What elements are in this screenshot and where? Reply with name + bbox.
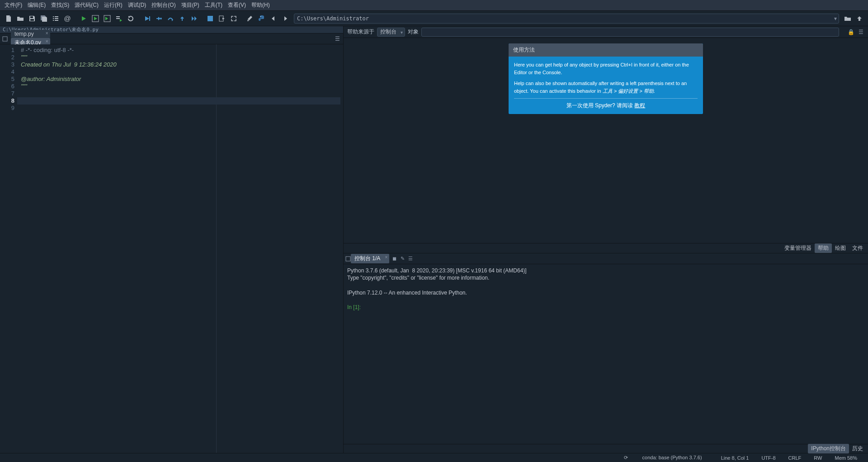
code-line (21, 105, 343, 112)
svg-rect-0 (30, 16, 33, 18)
console-prompt: In [1]: (347, 304, 362, 310)
svg-rect-3 (55, 16, 58, 17)
status-eol: CRLF (782, 455, 808, 461)
help-body: 使用方法 Here you can get help of any object… (344, 38, 868, 243)
pane-tab[interactable]: 帮助 (815, 243, 832, 253)
close-icon[interactable]: × (46, 31, 48, 36)
pane-tab[interactable]: 文件 (849, 243, 866, 253)
help-source-label: 帮助来源于 (347, 28, 374, 36)
code-line: """ (21, 83, 343, 90)
menu-item[interactable]: 源代码(C) (72, 0, 101, 10)
editor-tabstrip: temp.py×未命名0.py× ☰ (0, 33, 343, 44)
code-line (21, 68, 343, 76)
code-editor[interactable]: 123456789 # -*- coding: utf-8 -*-"""Crea… (0, 44, 343, 453)
svg-rect-14 (208, 16, 213, 21)
help-object-input[interactable] (421, 28, 839, 37)
pane-tab[interactable]: IPython控制台 (808, 444, 849, 453)
line-number-gutter: 123456789 (0, 44, 17, 453)
menu-item[interactable]: 项目(P) (179, 0, 202, 10)
new-file-icon[interactable] (3, 13, 14, 24)
menu-item[interactable]: 查看(V) (225, 0, 249, 10)
editor-options-icon[interactable]: ☰ (333, 36, 341, 42)
svg-rect-12 (149, 16, 150, 21)
save-all-icon[interactable] (38, 13, 50, 24)
save-file-icon[interactable] (26, 13, 38, 24)
chevron-down-icon[interactable]: ▾ (832, 15, 839, 22)
svg-rect-10 (116, 16, 120, 17)
svg-point-16 (260, 16, 261, 17)
preferences-icon[interactable] (244, 13, 256, 24)
exit-debug-icon[interactable] (216, 13, 228, 24)
editor-path-breadcrumb: C:\Users\Administrator\未命名0.py (0, 26, 343, 33)
pane-tab[interactable]: 绘图 (832, 243, 849, 253)
svg-rect-11 (116, 18, 120, 19)
run-cell-icon[interactable] (90, 13, 101, 24)
debug-continue-icon[interactable] (188, 13, 200, 24)
close-icon[interactable]: × (46, 39, 48, 44)
code-line: # -*- coding: utf-8 -*- (21, 47, 343, 54)
status-memory: Mem 58% (828, 455, 863, 461)
python-path-icon[interactable] (256, 13, 268, 24)
open-file-icon[interactable] (14, 13, 26, 24)
menu-item[interactable]: 控制台(O) (149, 0, 178, 10)
svg-point-13 (160, 18, 162, 19)
parent-dir-icon[interactable] (854, 13, 865, 24)
code-line: Created on Thu Jul 9 12:36:24 2020 (21, 61, 343, 68)
console-pane: 控制台 1/A × ◼ ✎ ☰ Python 3.7.6 (default, J… (344, 253, 868, 453)
console-output[interactable]: Python 3.7.6 (default, Jan 8 2020, 20:23… (344, 264, 868, 444)
status-env[interactable]: ⟳conda: base (Python 3.7.6) (611, 455, 715, 461)
main-toolbar: @ C:\Users\Administrator ▾ (0, 11, 868, 26)
editor-tab[interactable]: temp.py× (11, 30, 50, 38)
run-selection-icon[interactable] (113, 13, 125, 24)
console-footer-tabs: IPython控制台历史 (344, 444, 868, 453)
workdir-combo[interactable]: C:\Users\Administrator ▾ (294, 14, 839, 24)
nav-forward-icon[interactable] (279, 13, 291, 24)
browse-tabs-icon[interactable] (2, 36, 8, 42)
stop-icon[interactable] (204, 13, 216, 24)
maximize-icon[interactable] (228, 13, 240, 24)
pane-tab[interactable]: 历史 (849, 444, 866, 453)
debug-step-icon[interactable] (153, 13, 165, 24)
browse-dir-icon[interactable] (842, 13, 854, 24)
help-toolbar: 帮助来源于 控制台 ▾ 对象 🔒 ☰ (344, 26, 868, 38)
workdir-text: C:\Users\Administrator (294, 15, 832, 22)
list-icon[interactable] (50, 13, 61, 24)
run-icon[interactable] (78, 13, 90, 24)
stop-console-icon[interactable]: ◼ (390, 256, 398, 262)
help-text-2: Help can also be shown automatically aft… (514, 80, 698, 95)
console-tabstrip: 控制台 1/A × ◼ ✎ ☰ (344, 253, 868, 264)
run-cell-advance-icon[interactable] (101, 13, 113, 24)
menu-item[interactable]: 编辑(E) (25, 0, 48, 10)
help-source-select[interactable]: 控制台 ▾ (377, 28, 405, 37)
menu-item[interactable]: 帮助(H) (249, 0, 273, 10)
menu-item[interactable]: 工具(T) (202, 0, 225, 10)
debug-step-over-icon[interactable] (165, 13, 176, 24)
help-options-icon[interactable]: ☰ (857, 29, 864, 35)
console-options-icon[interactable]: ☰ (406, 256, 415, 262)
menubar: 文件(F)编辑(E)查找(S)源代码(C)运行(R)调试(D)控制台(O)项目(… (0, 0, 868, 11)
rerun-icon[interactable] (125, 13, 137, 24)
nav-back-icon[interactable] (268, 13, 279, 24)
clear-console-icon[interactable]: ✎ (398, 256, 406, 262)
code-line: @author: Administrator (21, 76, 343, 83)
menu-item[interactable]: 调试(D) (125, 0, 149, 10)
menu-item[interactable]: 运行(R) (101, 0, 125, 10)
at-sign-icon[interactable]: @ (61, 13, 73, 24)
pane-tab[interactable]: 变量管理器 (781, 243, 815, 253)
lock-icon[interactable]: 🔒 (847, 29, 854, 35)
code-line (21, 90, 343, 97)
console-tab[interactable]: 控制台 1/A × (351, 254, 389, 263)
browse-tabs-icon[interactable] (345, 256, 351, 262)
menu-item[interactable]: 查找(S) (48, 0, 72, 10)
status-rw: RW (807, 455, 828, 461)
debug-step-into-icon[interactable] (141, 13, 153, 24)
code-line (21, 97, 343, 105)
status-encoding: UTF-8 (755, 455, 782, 461)
svg-rect-7 (55, 20, 58, 21)
debug-step-out-icon[interactable] (176, 13, 188, 24)
help-tutorial-line: 第一次使用 Spyder? 请阅读 教程 (514, 101, 698, 110)
tutorial-link[interactable]: 教程 (634, 102, 645, 109)
close-icon[interactable]: × (385, 255, 388, 260)
menu-item[interactable]: 文件(F) (2, 0, 25, 10)
svg-rect-4 (53, 18, 54, 19)
